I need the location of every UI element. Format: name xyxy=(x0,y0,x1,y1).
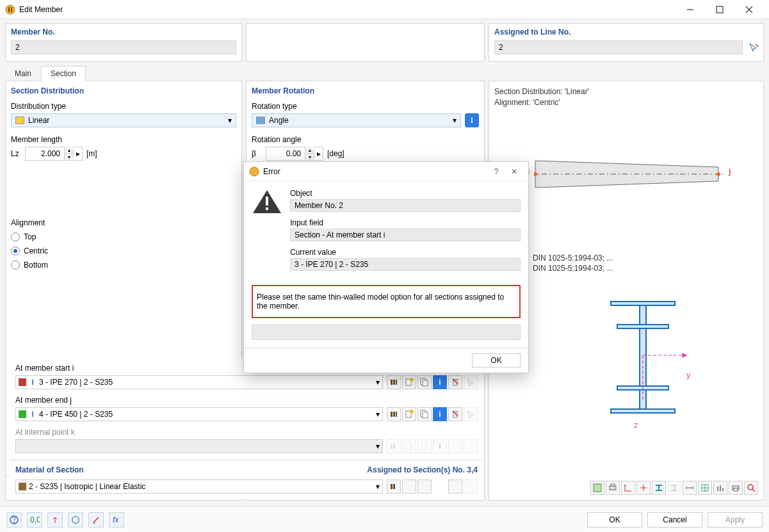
i-section-button[interactable] xyxy=(652,481,666,495)
error-input-value: Section - At member start i xyxy=(290,229,521,241)
pick-button[interactable] xyxy=(464,375,478,389)
new-button[interactable] xyxy=(402,407,416,421)
library-button[interactable] xyxy=(387,375,401,389)
apply-button[interactable]: Apply xyxy=(708,512,763,528)
arrow-up-button[interactable] xyxy=(47,512,63,528)
right-panel: Section Distribution: 'Linear' Alignment… xyxy=(489,81,764,501)
duplicate-button xyxy=(417,439,432,453)
alignment-top-radio[interactable]: Top xyxy=(11,232,236,241)
svg-rect-61 xyxy=(266,197,268,206)
library-button[interactable] xyxy=(387,407,401,421)
titlebar: Edit Member xyxy=(0,0,769,19)
distribution-type-dropdown[interactable]: Linear ▾ xyxy=(11,113,236,127)
member-no-label: Member No. xyxy=(11,28,236,36)
spinner-up-icon[interactable]: ▴ xyxy=(64,147,73,154)
swatch-icon xyxy=(15,117,24,124)
svg-rect-33 xyxy=(391,380,393,385)
spinner-up-icon[interactable]: ▴ xyxy=(305,147,314,154)
svg-rect-51 xyxy=(406,443,411,449)
new-button xyxy=(402,439,416,453)
delete-button xyxy=(448,439,462,453)
error-ok-button[interactable]: OK xyxy=(472,353,521,367)
assigned-line-panel: Assigned to Line No. 2 xyxy=(489,23,764,61)
pick-button[interactable] xyxy=(464,407,478,421)
close-icon[interactable]: ✕ xyxy=(505,167,523,176)
pick-line-button[interactable] xyxy=(748,42,759,53)
member-length-spinner[interactable]: 2.000 ▴▾ ▸ xyxy=(25,147,83,161)
svg-rect-39 xyxy=(423,380,428,386)
rotation-angle-spinner[interactable]: 0.00 ▴▾ ▸ xyxy=(266,147,323,161)
member-no-field[interactable]: 2 xyxy=(11,40,236,54)
axes-2-button[interactable] xyxy=(636,481,651,495)
dimensions-button[interactable] xyxy=(683,481,697,495)
units-button[interactable]: 0,00 xyxy=(27,512,42,528)
right-toolbar xyxy=(494,481,758,495)
right-info-2: Alignment: 'Centric' xyxy=(494,97,758,108)
search-button[interactable] xyxy=(744,481,758,495)
values-button[interactable] xyxy=(713,481,727,495)
error-title: Error xyxy=(263,167,487,176)
clear-button[interactable] xyxy=(88,512,104,528)
maximize-button[interactable] xyxy=(705,0,734,19)
right-extra-1: DIN 1025-5:1994-03; ... xyxy=(533,253,613,264)
delete-button[interactable] xyxy=(448,407,462,421)
view-mode-button[interactable] xyxy=(590,481,604,495)
duplicate-button[interactable] xyxy=(417,375,432,389)
i-section-2-button[interactable] xyxy=(667,481,681,495)
i-section-icon: Ｉ xyxy=(29,377,36,388)
spinner-menu-icon[interactable]: ▸ xyxy=(314,149,323,158)
library-button[interactable] xyxy=(387,480,401,494)
distribution-type-value: Linear xyxy=(28,116,49,125)
pick-button[interactable] xyxy=(464,480,478,494)
member-length-symbol: Lz xyxy=(11,149,25,158)
new-button[interactable] xyxy=(402,375,416,389)
info-button[interactable]: i xyxy=(433,375,447,389)
info-button[interactable]: i xyxy=(433,407,447,421)
assigned-line-label: Assigned to Line No. xyxy=(494,28,758,36)
info-icon[interactable]: i xyxy=(465,113,479,127)
svg-point-37 xyxy=(410,378,414,382)
chevron-down-icon: ▾ xyxy=(376,410,380,419)
close-button[interactable] xyxy=(734,0,764,19)
material-dropdown[interactable]: 2 - S235 | Isotropic | Linear Elastic ▾ xyxy=(15,480,383,494)
alignment-bottom-radio[interactable]: Bottom xyxy=(11,261,236,270)
alignment-centric-radio[interactable]: Centric xyxy=(11,246,236,255)
error-input-label: Input field xyxy=(290,218,521,227)
i-beam-icon xyxy=(604,299,688,446)
delete-button[interactable] xyxy=(448,375,462,389)
minimize-button[interactable] xyxy=(676,0,705,19)
spinner-down-icon[interactable]: ▾ xyxy=(305,154,314,161)
duplicate-button[interactable] xyxy=(417,480,432,494)
new-button[interactable] xyxy=(402,480,416,494)
section-end-dropdown[interactable]: Ｉ 4 - IPE 450 | 2 - S235 ▾ xyxy=(15,407,383,421)
axis-z-label: z xyxy=(634,421,638,430)
svg-rect-21 xyxy=(656,485,662,486)
section-start-dropdown[interactable]: Ｉ 3 - IPE 270 | 2 - S235 ▾ xyxy=(15,375,383,389)
help-icon[interactable]: ? xyxy=(487,167,505,176)
svg-rect-9 xyxy=(640,305,646,325)
svg-rect-50 xyxy=(393,444,395,449)
swatch-icon xyxy=(19,378,26,386)
section-internal-dropdown[interactable]: ▾ xyxy=(15,439,383,453)
grid-button[interactable] xyxy=(698,481,712,495)
error-object-value: Member No. 2 xyxy=(290,199,521,212)
tab-main[interactable]: Main xyxy=(5,66,41,81)
ok-button[interactable]: OK xyxy=(587,512,642,528)
help-button[interactable] xyxy=(6,512,22,528)
tab-section[interactable]: Section xyxy=(41,66,86,81)
fx-button[interactable]: fx xyxy=(109,512,124,528)
duplicate-button[interactable] xyxy=(417,407,432,421)
assigned-line-field[interactable]: 2 xyxy=(494,40,743,54)
print-2-button[interactable] xyxy=(729,481,743,495)
view-3d-button[interactable] xyxy=(68,512,83,528)
rotation-angle-label: Rotation angle xyxy=(252,135,479,144)
rotation-type-dropdown[interactable]: Angle ▾ xyxy=(252,113,461,127)
axes-1-button[interactable] xyxy=(621,481,635,495)
member-preview-icon xyxy=(534,159,726,189)
cancel-button[interactable]: Cancel xyxy=(647,512,702,528)
delete-button[interactable] xyxy=(448,480,462,494)
spinner-menu-icon[interactable]: ▸ xyxy=(73,149,82,158)
print-button[interactable] xyxy=(606,481,620,495)
spinner-down-icon[interactable]: ▾ xyxy=(64,154,73,161)
error-current-value: 3 - IPE 270 | 2 - S235 xyxy=(290,258,521,271)
